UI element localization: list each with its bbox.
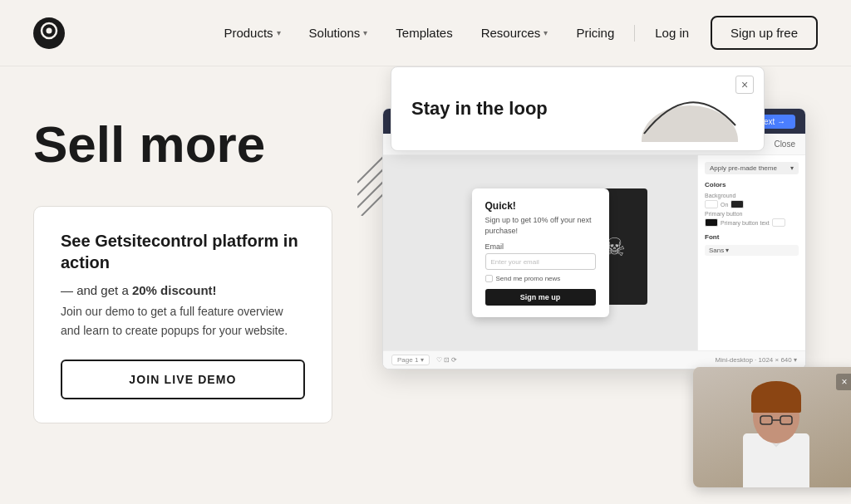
demo-box: See Getsitecontrol platform in action — …: [33, 206, 332, 423]
colors-title: Colors: [705, 181, 799, 188]
bg-color-swatch[interactable]: [705, 200, 718, 208]
video-person: [693, 367, 851, 487]
person-illustration: [714, 371, 839, 487]
svg-rect-10: [751, 396, 801, 413]
app-right-panel: Apply pre-made theme ▾ Colors Background…: [697, 155, 805, 350]
primary-btn-text-swatch[interactable]: [772, 218, 785, 227]
mini-popup: Quick! Sign up to get 10% off your next …: [472, 188, 609, 317]
font-dropdown[interactable]: Sans ▾: [705, 245, 799, 256]
font-title: Font: [705, 233, 799, 241]
bottom-icons: ♡ ⊡ ⟳: [436, 356, 457, 364]
mini-checkbox-row: Send me promo news: [485, 275, 596, 282]
theme-button[interactable]: Apply pre-made theme ▾: [705, 162, 799, 174]
chevron-down-icon: ▾: [277, 28, 281, 37]
on-color-swatch[interactable]: [730, 200, 744, 208]
canvas-size[interactable]: Mini-desktop · 1024 × 640 ▾: [715, 356, 797, 364]
nav-templates[interactable]: Templates: [384, 19, 464, 46]
nav-products[interactable]: Products ▾: [212, 19, 292, 46]
app-canvas: Quick! Sign up to get 10% off your next …: [383, 155, 697, 350]
demo-box-description: Join our demo to get a full feature over…: [61, 302, 305, 340]
primary-btn-text-label: Primary button text: [721, 220, 770, 226]
navbar: Products ▾ Solutions ▾ Templates Resourc…: [0, 0, 851, 66]
app-body: Quick! Sign up to get 10% off your next …: [383, 155, 805, 350]
primary-btn-swatch[interactable]: [705, 218, 718, 227]
app-bottombar: Page 1 ▾ ♡ ⊡ ⟳ Mini-desktop · 1024 × 640…: [383, 350, 805, 369]
hero-section: Sell more See Getsitecontrol platform in…: [0, 66, 851, 504]
nav-pricing[interactable]: Pricing: [564, 19, 626, 46]
page-indicator[interactable]: Page 1 ▾: [391, 355, 430, 365]
join-demo-button[interactable]: JOIN LIVE DEMO: [61, 360, 305, 399]
signup-button[interactable]: Sign up free: [711, 16, 818, 50]
mini-signup-button[interactable]: Sign me up: [485, 289, 596, 306]
mini-field-label: Email: [485, 242, 596, 251]
primary-btn-label: Primary button: [705, 211, 799, 217]
loop-popup: Stay in the loop ×: [391, 66, 765, 151]
mini-checkbox[interactable]: [485, 275, 493, 282]
chevron-down-icon: ▾: [544, 28, 548, 37]
toolbar-close[interactable]: Close: [774, 139, 795, 149]
login-button[interactable]: Log in: [643, 19, 701, 46]
svg-point-6: [642, 105, 738, 142]
brand-logo[interactable]: [33, 17, 65, 49]
bg-color-row: On: [705, 200, 799, 208]
nav-solutions[interactable]: Solutions ▾: [298, 19, 380, 46]
primary-btn-row: Primary button text: [705, 218, 799, 227]
svg-point-1: [47, 28, 52, 34]
loop-decoration: [636, 84, 744, 142]
mini-email-input[interactable]: Enter your email: [485, 253, 596, 270]
bg-color-label: Background: [705, 193, 799, 198]
demo-box-title: See Getsitecontrol platform in action: [61, 230, 305, 273]
nav-resources[interactable]: Resources ▾: [470, 19, 560, 46]
chevron-down-icon: ▾: [363, 28, 367, 37]
mini-popup-title: Quick!: [485, 200, 596, 212]
hero-right: Stay in the loop × Design Targeting Foll…: [382, 66, 851, 504]
video-thumbnail[interactable]: ×: [693, 367, 851, 487]
logo-letter: [40, 22, 58, 44]
video-close-button[interactable]: ×: [836, 374, 851, 390]
nav-divider: [634, 25, 635, 42]
hero-headline: Sell more: [33, 116, 382, 173]
mini-popup-subtitle: Sign up to get 10% off your next purchas…: [485, 215, 596, 236]
mini-checkbox-label: Send me promo news: [496, 275, 561, 282]
loop-popup-text: Stay in the loop: [411, 98, 548, 120]
on-label: On: [721, 202, 728, 208]
nav-links: Products ▾ Solutions ▾ Templates Resourc…: [212, 16, 818, 50]
hero-left: Sell more See Getsitecontrol platform in…: [33, 66, 382, 504]
demo-box-subtitle: — and get a 20% discount!: [61, 283, 305, 297]
